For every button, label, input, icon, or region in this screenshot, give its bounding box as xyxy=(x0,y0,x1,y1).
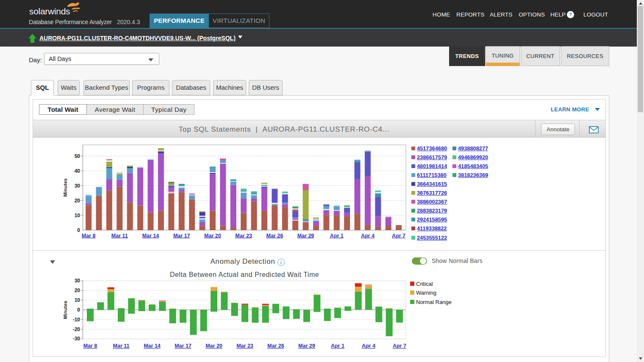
svg-text:-20: -20 xyxy=(73,326,80,332)
svg-text:Mar 17: Mar 17 xyxy=(175,343,192,349)
svg-text:30: 30 xyxy=(75,183,80,189)
svg-text:Apr 7: Apr 7 xyxy=(392,233,405,239)
svg-text:Mar 29: Mar 29 xyxy=(297,233,314,239)
svg-text:50: 50 xyxy=(75,153,80,159)
svg-text:Apr 1: Apr 1 xyxy=(331,343,344,349)
svg-text:30: 30 xyxy=(75,278,80,284)
svg-text:Mar 26: Mar 26 xyxy=(266,233,283,239)
svg-text:Minutes: Minutes xyxy=(63,301,68,319)
svg-text:40: 40 xyxy=(75,168,80,174)
svg-text:0: 0 xyxy=(77,227,80,233)
svg-text:Mar 14: Mar 14 xyxy=(144,343,161,349)
svg-text:Mar 23: Mar 23 xyxy=(235,233,252,239)
svg-text:Mar 29: Mar 29 xyxy=(298,343,315,349)
svg-text:-10: -10 xyxy=(73,317,80,323)
svg-text:Mar 11: Mar 11 xyxy=(111,233,128,239)
svg-text:Mar 8: Mar 8 xyxy=(82,233,96,239)
svg-text:0: 0 xyxy=(77,307,80,313)
svg-text:Apr 4: Apr 4 xyxy=(361,233,375,239)
svg-text:Mar 20: Mar 20 xyxy=(205,343,222,349)
svg-text:Apr 1: Apr 1 xyxy=(330,233,344,239)
svg-text:10: 10 xyxy=(75,297,80,303)
svg-text:Apr 7: Apr 7 xyxy=(393,343,406,349)
svg-text:Mar 20: Mar 20 xyxy=(204,233,221,239)
svg-text:Mar 14: Mar 14 xyxy=(142,233,159,239)
svg-text:Mar 26: Mar 26 xyxy=(267,343,284,349)
svg-text:20: 20 xyxy=(75,287,80,293)
svg-text:Mar 11: Mar 11 xyxy=(113,343,130,349)
svg-text:-30: -30 xyxy=(73,336,80,342)
svg-text:Mar 23: Mar 23 xyxy=(236,343,253,349)
svg-text:Apr 4: Apr 4 xyxy=(362,343,375,349)
svg-text:Minutes: Minutes xyxy=(63,178,68,196)
svg-text:20: 20 xyxy=(75,198,80,204)
svg-text:Mar 8: Mar 8 xyxy=(83,343,97,349)
svg-text:Mar 17: Mar 17 xyxy=(173,233,190,239)
svg-text:10: 10 xyxy=(75,213,80,218)
